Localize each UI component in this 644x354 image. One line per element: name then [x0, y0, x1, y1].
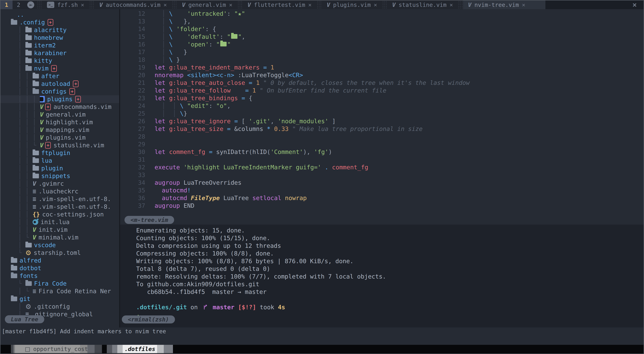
tree-item-kitty[interactable]: │ kitty	[0, 57, 119, 65]
line-number: 15	[120, 33, 145, 40]
tree-item--vim-spell-en-utf-8-[interactable]: │ │ ≡.vim-spell-en.utf-8.	[0, 203, 119, 211]
tree-item-alfred[interactable]: alfred	[0, 257, 119, 264]
tree-item-autocommands-vim[interactable]: │ │ │ V+autocommands.vim	[0, 103, 119, 111]
tree-item-vscode[interactable]: │ vscode	[0, 241, 119, 249]
tree-indent-guide: │ │ │	[11, 111, 40, 118]
nvim-tree-panel[interactable]: ...config+ │ alacritty │ homebrew │ iter…	[0, 9, 119, 328]
tree-item-label: dotbot	[20, 264, 41, 272]
tree-item-ftplugin[interactable]: │ │ ftplugin	[0, 149, 119, 157]
vim-icon: V	[99, 1, 102, 9]
tree-item-label: nvim	[34, 65, 49, 72]
tree-item--config[interactable]: .config+	[0, 18, 119, 26]
tree-item--gitconfig[interactable]: │ ⚙.gitconfig	[0, 303, 119, 311]
tree-item-statusline-vim[interactable]: │ │ └ V+statusline.vim	[0, 141, 119, 149]
editor-tab-fzf-sh[interactable]: >_fzf.sh×	[42, 0, 89, 9]
editor-buffer[interactable]: 12 │ \ 'untracked': "★"13 │ \ },14 │ \ '…	[120, 9, 644, 225]
tab-close-icon[interactable]: ×	[164, 1, 167, 9]
terminal-output-line: Delta compression using up to 12 threads	[136, 242, 644, 250]
editor-tab-plugins-vim[interactable]: Vplugins.vim×	[322, 0, 382, 9]
tree-item--gvimrc[interactable]: │ │ V.gvimrc	[0, 180, 119, 188]
git-status-badge: +	[45, 103, 51, 110]
code-line-content: let g:lua_tree_auto_close = 1 " 0 by def…	[145, 79, 470, 87]
editor-tab-statusline-vim[interactable]: Vstatusline.vim×	[387, 0, 458, 9]
editor-tab-nvim-tree-vim[interactable]: Vnvim-tree.vim×	[463, 0, 546, 9]
folder-icon	[26, 28, 32, 32]
tree-item-Fira-Code-Retina-Ner[interactable]: │ └ ≡Fira Code Retina Ner	[0, 287, 119, 295]
tab-close-icon[interactable]: ×	[308, 1, 312, 9]
code-line-content	[145, 156, 158, 163]
tree-item-minimal-vim[interactable]: │ └ Vminimal.vim	[0, 234, 119, 241]
code-line-content: │ \ 'folder': {	[145, 25, 216, 33]
workspace-tab-1[interactable]: 1	[0, 0, 12, 9]
tab-close-icon[interactable]: ×	[229, 1, 232, 9]
tree-item-label: kitty	[34, 57, 52, 65]
tab-close-icon[interactable]: ×	[522, 1, 525, 9]
tree-item-configs[interactable]: │ │ configs+	[0, 88, 119, 95]
tree-item-after[interactable]: │ │ after	[0, 72, 119, 80]
tab-close-icon[interactable]: ×	[81, 1, 84, 9]
editor-tab-autocommands-vim[interactable]: Vautocommands.vim×	[94, 0, 172, 9]
code-line-content: nnoremap <silent><c-n> :LuaTreeToggle<CR…	[145, 71, 303, 79]
tab-close-icon[interactable]: ×	[450, 1, 453, 9]
tree-item-label: ftplugin	[41, 149, 70, 157]
tree-item-label: .vim-spell-en.utf-8.	[38, 195, 111, 203]
editor-tab-fluttertest-vim[interactable]: Vfluttertest.vim×	[242, 0, 317, 9]
list-icon: ≡	[32, 188, 36, 195]
tree-item-label: alfred	[20, 257, 41, 264]
tree-indent-guide: │ │ │	[11, 126, 40, 134]
tree-item-highlight-vim[interactable]: │ │ │ Vhighlight.vim	[0, 118, 119, 126]
terminal-output-line: cb68b54..f1bd4f5 master → master	[136, 288, 644, 296]
line-number: 18	[120, 56, 145, 64]
workspace-tab-2[interactable]: 2	[12, 0, 24, 9]
tree-item-init-vim[interactable]: │ │ Vinit.vim	[0, 226, 119, 234]
shell-input-line[interactable]	[136, 312, 644, 320]
tree-item-iterm2[interactable]: │ iterm2	[0, 41, 119, 49]
vim-icon: V	[248, 1, 251, 9]
tree-item-mappings-vim[interactable]: │ │ │ Vmappings.vim	[0, 126, 119, 134]
folder-open-icon	[11, 297, 17, 301]
tree-indent-guide: │ │	[11, 80, 32, 88]
tree-item-Fira-Code[interactable]: └ Fira Code	[0, 280, 119, 287]
tree-item-init-lua[interactable]: │ │ init.lua	[0, 218, 119, 226]
tree-item-plugins-vim[interactable]: │ │ │ Vplugins.vim	[0, 134, 119, 141]
tab-close-icon[interactable]: ×	[374, 1, 377, 9]
close-all-icon[interactable]: ×	[632, 1, 637, 9]
tree-item-lua[interactable]: │ │ lua	[0, 157, 119, 164]
tab-separator	[172, 0, 177, 9]
tree-item--[interactable]: ..	[0, 11, 119, 18]
line-number: 37	[120, 202, 145, 210]
tree-item-fonts[interactable]: fonts	[0, 272, 119, 280]
tree-item-autoload[interactable]: │ │ autoload+	[0, 80, 119, 88]
tree-item-nvim[interactable]: │ nvim+	[0, 65, 119, 72]
tree-item-karabiner[interactable]: │ karabiner	[0, 49, 119, 57]
tree-item-alacritty[interactable]: │ alacritty	[0, 26, 119, 34]
tree-item-general-vim[interactable]: │ │ │ Vgeneral.vim	[0, 111, 119, 118]
terminal-panel[interactable]: Enumerating objects: 15, done.Counting o…	[120, 225, 644, 328]
tree-indent-guide: │ │	[11, 195, 32, 203]
line-number: 27	[120, 125, 145, 133]
back-icon[interactable]: ←	[27, 1, 34, 8]
code-line: 13 │ \ },	[120, 17, 644, 25]
line-number: 25	[120, 110, 145, 117]
tree-item-starship-toml[interactable]: └ ⚙starship.toml	[0, 249, 119, 257]
tree-item--vim-spell-en-utf-8-[interactable]: │ │ ≡.vim-spell-en.utf-8.	[0, 195, 119, 203]
folder-open-icon	[32, 89, 39, 94]
tree-item-git[interactable]: git	[0, 295, 119, 303]
code-line: 35 autocmd!	[120, 187, 644, 194]
tree-item-dotbot[interactable]: dotbot	[0, 264, 119, 272]
tree-item--luacheckrc[interactable]: │ │ ≡.luacheckrc	[0, 188, 119, 195]
line-number: 32	[120, 163, 145, 171]
tree-item-plugins[interactable]: │ │ │ plugins+	[0, 95, 119, 103]
tree-item-plugin[interactable]: │ │ plugin	[0, 164, 119, 172]
terminal-output-line: Enumerating objects: 15, done.	[136, 227, 644, 234]
tmux-window-dotfiles[interactable]: .dotfiles	[107, 345, 173, 353]
tree-item-homebrew[interactable]: │ homebrew	[0, 34, 119, 41]
code-line: 28	[120, 133, 644, 140]
tree-item-snippets[interactable]: │ │ snippets	[0, 172, 119, 180]
code-line-content: augroup LuaTreeOverrides	[145, 179, 242, 187]
tmux-window-opportunity-cost[interactable]: □ opportunity_cost	[11, 345, 102, 353]
tree-item-coc-settings-json[interactable]: │ │ {}coc-settings.json	[0, 211, 119, 218]
editor-tab-general-vim[interactable]: Vgeneral.vim×	[177, 0, 238, 9]
lua-file-icon	[32, 219, 38, 225]
window-icon: □	[25, 345, 30, 353]
